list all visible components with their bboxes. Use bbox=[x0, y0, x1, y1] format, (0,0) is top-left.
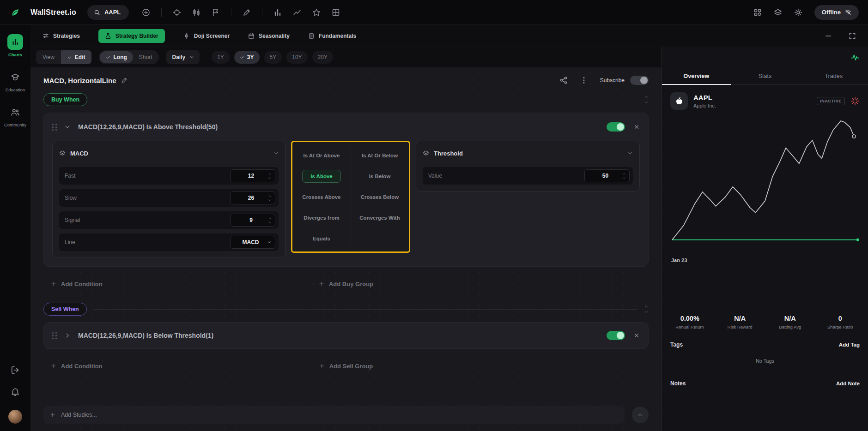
stepper-up-icon[interactable] bbox=[622, 172, 626, 176]
operator-option[interactable]: Is At Or Above bbox=[292, 145, 351, 166]
add-note-button[interactable]: Add Note bbox=[836, 381, 860, 386]
expand-chevron-icon[interactable] bbox=[64, 332, 71, 339]
fast-input[interactable]: 12 bbox=[230, 169, 275, 182]
fullscreen-icon[interactable] bbox=[849, 32, 856, 40]
starburst-icon[interactable] bbox=[850, 96, 860, 106]
tab-seasonality[interactable]: Seasonality bbox=[248, 33, 290, 39]
tab-strategy-builder[interactable]: Strategy Builder bbox=[98, 29, 165, 43]
notifications-bell-icon[interactable] bbox=[11, 388, 20, 397]
widgets-icon[interactable] bbox=[753, 8, 762, 17]
signal-input[interactable]: 9 bbox=[230, 214, 275, 227]
remove-condition-icon[interactable] bbox=[633, 332, 640, 339]
add-condition-button[interactable]: Add Condition bbox=[51, 281, 103, 287]
collapse-builder-button[interactable] bbox=[632, 407, 649, 423]
stepper-down-icon[interactable] bbox=[268, 221, 272, 224]
drag-handle[interactable] bbox=[52, 332, 57, 339]
indicator-panel-header[interactable]: MACD bbox=[59, 144, 279, 162]
threshold-value: 50 bbox=[589, 173, 622, 179]
add-icon[interactable] bbox=[142, 8, 150, 17]
short-button[interactable]: Short bbox=[133, 51, 158, 63]
edit-mode-button[interactable]: Edit bbox=[61, 50, 92, 64]
stepper-up-icon[interactable] bbox=[268, 194, 272, 198]
star-icon[interactable] bbox=[312, 8, 321, 17]
condition-header: MACD(12,26,9,MACD) Is Below Threshold(1) bbox=[52, 327, 640, 344]
drag-handle[interactable] bbox=[52, 124, 57, 131]
edit-label: Edit bbox=[75, 54, 85, 60]
activity-icon[interactable] bbox=[850, 53, 860, 62]
threshold-value-input[interactable]: 50 bbox=[584, 169, 630, 182]
long-button[interactable]: Long bbox=[100, 51, 133, 63]
candlestick-icon[interactable] bbox=[192, 8, 200, 17]
range-1y[interactable]: 1Y bbox=[212, 51, 230, 64]
stepper-down-icon[interactable] bbox=[622, 176, 626, 180]
tab-stats[interactable]: Stats bbox=[731, 67, 800, 84]
operator-option[interactable]: Equals bbox=[292, 228, 351, 249]
operator-option[interactable]: Converges With bbox=[351, 207, 409, 228]
operator-option[interactable]: Crosses Above bbox=[292, 186, 351, 207]
slow-input[interactable]: 26 bbox=[230, 192, 275, 204]
condition-title: MACD(12,26,9,MACD) Is Below Threshold(1) bbox=[78, 332, 213, 339]
operator-option-selected[interactable]: Is Above bbox=[292, 166, 351, 186]
flag-icon[interactable] bbox=[212, 8, 220, 17]
interval-dropdown[interactable]: Daily bbox=[166, 50, 200, 64]
stepper-down-icon[interactable] bbox=[268, 176, 272, 180]
bar-chart-icon[interactable] bbox=[273, 8, 282, 17]
threshold-panel-header[interactable]: Threshold bbox=[423, 144, 633, 162]
field-fast: Fast 12 bbox=[59, 167, 279, 185]
sidebar-item-label: Charts bbox=[8, 52, 22, 57]
offline-button[interactable]: Offline bbox=[814, 5, 859, 20]
condition-enabled-toggle[interactable] bbox=[607, 122, 625, 132]
add-studies-input[interactable]: Add Studies... bbox=[43, 406, 625, 424]
sidebar-item-charts[interactable]: Charts bbox=[7, 34, 23, 57]
operator-option[interactable]: Diverges from bbox=[292, 207, 351, 228]
tab-strategies[interactable]: Strategies bbox=[42, 33, 80, 39]
condition-enabled-toggle[interactable] bbox=[607, 331, 625, 340]
collapse-chevron-icon[interactable] bbox=[64, 124, 71, 130]
minimize-icon[interactable] bbox=[825, 32, 832, 40]
fast-stepper[interactable] bbox=[268, 172, 272, 180]
symbol-search[interactable]: AAPL bbox=[87, 5, 129, 20]
range-20y[interactable]: 20Y bbox=[312, 51, 333, 64]
draw-pencil-icon[interactable] bbox=[243, 8, 251, 17]
settings-gear-icon[interactable] bbox=[794, 8, 802, 17]
app-logo[interactable] bbox=[0, 7, 30, 18]
reorder-sell-section[interactable] bbox=[644, 304, 649, 314]
grid-layout-icon[interactable] bbox=[332, 8, 340, 17]
line-chart-icon[interactable] bbox=[293, 8, 301, 17]
range-3y[interactable]: 3Y bbox=[234, 51, 260, 64]
tab-overview[interactable]: Overview bbox=[662, 67, 731, 84]
operator-option[interactable]: Crosses Below bbox=[351, 186, 409, 207]
reorder-buy-section[interactable] bbox=[644, 95, 649, 105]
tab-doji-screener[interactable]: Doji Screener bbox=[183, 33, 230, 39]
add-condition-button[interactable]: Add Condition bbox=[51, 363, 103, 370]
sidebar-item-community[interactable]: Community bbox=[4, 104, 26, 127]
range-10y[interactable]: 10Y bbox=[286, 51, 307, 64]
tab-trades[interactable]: Trades bbox=[799, 67, 868, 84]
stepper-down-icon[interactable] bbox=[268, 198, 272, 202]
add-buy-group-button[interactable]: Add Buy Group bbox=[319, 281, 373, 287]
exit-icon[interactable] bbox=[11, 365, 20, 375]
share-icon[interactable] bbox=[559, 76, 568, 84]
tab-fundamentals[interactable]: Fundamentals bbox=[308, 33, 356, 39]
view-mode-button[interactable]: View bbox=[36, 50, 61, 64]
subscribe-toggle[interactable] bbox=[630, 76, 649, 85]
layers-icon[interactable] bbox=[774, 8, 782, 17]
operator-option[interactable]: Is At Or Below bbox=[351, 145, 409, 166]
add-tag-button[interactable]: Add Tag bbox=[839, 342, 860, 347]
slow-stepper[interactable] bbox=[268, 194, 272, 202]
remove-condition-icon[interactable] bbox=[633, 124, 640, 130]
more-options-icon[interactable] bbox=[580, 76, 588, 84]
rename-pencil-icon[interactable] bbox=[121, 77, 127, 84]
threshold-stepper[interactable] bbox=[622, 172, 626, 180]
range-5y[interactable]: 5Y bbox=[264, 51, 282, 64]
line-select[interactable]: MACD bbox=[230, 236, 275, 249]
operator-option[interactable]: Is Below bbox=[351, 166, 409, 186]
add-sell-group-button[interactable]: Add Sell Group bbox=[319, 363, 373, 370]
stat-batting-avg: N/A Batting Avg bbox=[765, 315, 815, 329]
stepper-up-icon[interactable] bbox=[268, 216, 272, 220]
sidebar-item-education[interactable]: Education bbox=[6, 69, 25, 92]
signal-stepper[interactable] bbox=[268, 216, 272, 224]
stepper-up-icon[interactable] bbox=[268, 172, 272, 176]
user-avatar[interactable] bbox=[8, 410, 22, 424]
crosshair-icon[interactable] bbox=[173, 8, 181, 17]
